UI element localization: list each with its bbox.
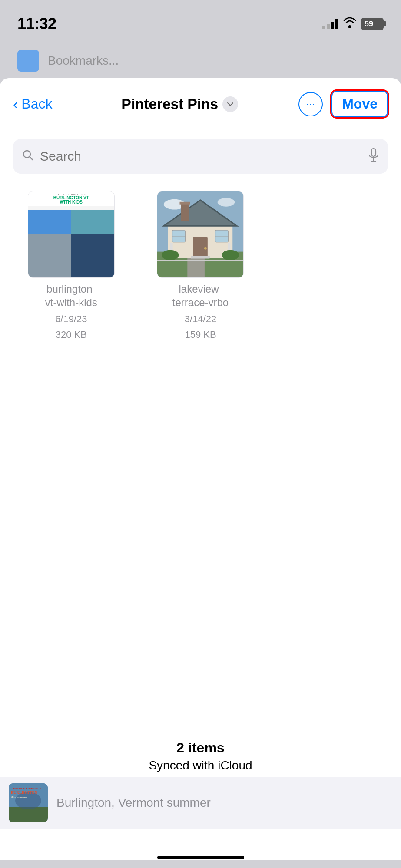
search-icon bbox=[22, 149, 34, 164]
signal-icon bbox=[322, 19, 338, 29]
svg-rect-22 bbox=[181, 204, 189, 221]
svg-point-20 bbox=[204, 247, 207, 250]
nav-actions: ··· Move bbox=[298, 91, 388, 117]
microphone-icon[interactable] bbox=[368, 148, 379, 165]
signal-bar-3 bbox=[331, 22, 334, 29]
file-name-burlington: burlington-vt-with-kids bbox=[45, 282, 97, 309]
svg-text:this summer: this summer bbox=[11, 795, 27, 799]
nav-bar: ‹ Back Pinterest Pins ··· Move bbox=[0, 78, 401, 130]
svg-text:BURLINGTON: BURLINGTON bbox=[11, 790, 38, 795]
suggestion-text: Burlington, Vermont summer bbox=[56, 796, 211, 810]
suggestion-thumbnail: 7 FAMILY-FRIENDLY BURLINGTON this summer bbox=[9, 783, 48, 822]
home-indicator bbox=[157, 856, 244, 859]
svg-point-26 bbox=[162, 250, 179, 261]
file-size-lakeview: 159 KB bbox=[185, 329, 216, 340]
files-grid: Exploration Guide Burlington VTwith Kids… bbox=[0, 182, 401, 349]
svg-text:7 FAMILY-FRIENDLY: 7 FAMILY-FRIENDLY bbox=[11, 787, 41, 790]
behind-app-text: Bookmarks... bbox=[48, 54, 119, 68]
svg-point-27 bbox=[222, 250, 239, 261]
nav-title-dropdown[interactable] bbox=[222, 96, 238, 112]
bottom-status: 2 items Synced with iCloud bbox=[0, 740, 401, 772]
file-item-lakeview[interactable]: lakeview-terrace-vrbo 3/14/22 159 KB bbox=[143, 191, 259, 340]
battery-level: 59 bbox=[365, 20, 373, 29]
file-size-burlington: 320 KB bbox=[56, 329, 87, 340]
file-name-lakeview: lakeview-terrace-vrbo bbox=[172, 282, 229, 309]
house-svg bbox=[157, 191, 243, 277]
svg-line-1 bbox=[30, 157, 33, 160]
bottom-suggestion[interactable]: 7 FAMILY-FRIENDLY BURLINGTON this summer… bbox=[0, 777, 401, 829]
file-thumbnail-lakeview bbox=[157, 191, 244, 278]
search-input[interactable] bbox=[40, 149, 362, 164]
svg-point-7 bbox=[218, 198, 235, 207]
svg-point-32 bbox=[15, 792, 41, 809]
signal-bar-1 bbox=[322, 26, 325, 29]
file-item-burlington[interactable]: Exploration Guide Burlington VTwith Kids… bbox=[13, 191, 129, 340]
status-time: 11:32 bbox=[17, 15, 56, 33]
svg-rect-2 bbox=[371, 149, 376, 156]
back-button[interactable]: ‹ Back bbox=[13, 96, 61, 112]
svg-rect-23 bbox=[180, 202, 190, 205]
battery-icon: 59 bbox=[361, 18, 384, 30]
back-label: Back bbox=[21, 96, 52, 112]
file-date-burlington: 6/19/23 bbox=[55, 314, 87, 325]
background-bar: Bookmarks... bbox=[0, 43, 401, 78]
items-count: 2 items bbox=[0, 740, 401, 756]
nav-title: Pinterest Pins bbox=[121, 96, 218, 112]
svg-rect-21 bbox=[191, 256, 210, 259]
main-panel: ‹ Back Pinterest Pins ··· Move bbox=[0, 78, 401, 860]
move-button[interactable]: Move bbox=[331, 91, 388, 117]
search-bar[interactable] bbox=[13, 139, 388, 174]
more-button[interactable]: ··· bbox=[298, 92, 323, 116]
file-thumbnail-burlington: Exploration Guide Burlington VTwith Kids bbox=[28, 191, 115, 278]
behind-app-icon bbox=[17, 50, 39, 72]
thumb-header: Exploration Guide Burlington VTwith Kids bbox=[28, 191, 114, 206]
search-container bbox=[0, 130, 401, 182]
file-date-lakeview: 3/14/22 bbox=[185, 314, 216, 325]
back-chevron-icon: ‹ bbox=[13, 96, 18, 112]
status-icons: 59 bbox=[322, 17, 384, 30]
nav-title-area: Pinterest Pins bbox=[121, 96, 238, 112]
signal-bar-4 bbox=[335, 19, 338, 29]
status-bar: 11:32 59 bbox=[0, 0, 401, 43]
wifi-icon bbox=[343, 17, 357, 30]
sync-status: Synced with iCloud bbox=[0, 759, 401, 772]
signal-bar-2 bbox=[327, 24, 330, 29]
